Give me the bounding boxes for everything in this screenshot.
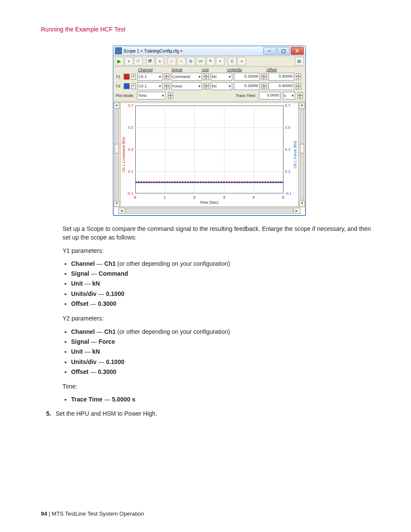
x-tick: 1 — [164, 195, 166, 199]
y1-unit-select[interactable]: kN▾ — [211, 73, 232, 81]
hdr-channel: Channel — [131, 68, 161, 72]
time-params-list: Trace Time — 5.0000 s — [71, 395, 377, 404]
y-axis-left-label: Ch 1 Command (kN) — [121, 137, 126, 173]
y1-channel-select[interactable]: Ch 1▾ — [137, 73, 162, 81]
right-slider-down-icon[interactable]: ▾ — [299, 201, 305, 207]
yr-tick: 0.3 — [285, 147, 296, 152]
trace-time-unit-select[interactable]: s▾ — [283, 92, 295, 100]
scope-window: Scope 1 < TrainingConfig.cfg > – ▢ ✕ ▶ ▾… — [113, 46, 306, 216]
x-scroll-left-icon[interactable]: ◂ — [118, 208, 125, 214]
settings-icon[interactable]: ▤ — [295, 57, 304, 65]
print-icon[interactable]: ⎙ — [228, 57, 237, 65]
y2-offset-input[interactable]: 0.30000 — [268, 82, 294, 90]
time-header: Time: — [62, 382, 377, 391]
hdr-unit: Unit — [193, 68, 218, 72]
list-item: Signal — Force — [71, 337, 377, 346]
list-item: Units/div — 0.1000 — [71, 358, 377, 366]
y2-signal-spin[interactable]: ▴▾ — [204, 83, 209, 90]
left-slider-up-icon[interactable]: ▴ — [114, 103, 120, 109]
plot-mode-select[interactable]: Time▾ — [137, 92, 165, 100]
config-row-y1: Y1 ▾ Ch 1▾ ▴▾ Command▾ ▴▾ kN▾ 0.10000 ▴▾… — [113, 72, 305, 81]
config-row-y2: Y2 ▾ Ch 1▾ ▴▾ Force▾ ▴▾ kN▾ 0.10000 ▴▾ 0… — [113, 81, 305, 91]
counter-icon[interactable]: 00 — [196, 57, 206, 65]
step-5: 5. Set the HPU and HSM to Power High. — [46, 410, 377, 417]
trace-y2-force — [135, 182, 283, 183]
titlebar: Scope 1 < TrainingConfig.cfg > – ▢ ✕ — [113, 46, 305, 56]
yl-tick: 0.1 — [125, 169, 134, 174]
y2-channel-spin[interactable]: ▴▾ — [164, 83, 169, 90]
y1-params-header: Y1 parameters: — [62, 246, 377, 255]
page-number: 94 — [41, 510, 47, 517]
y2-offset-spin[interactable]: ▴▾ — [296, 83, 301, 90]
y2-color-dropdown[interactable]: ▾ — [131, 83, 136, 89]
trace-y1-command — [135, 181, 283, 182]
tool-icon[interactable]: ✎ — [206, 57, 215, 65]
print-dropdown[interactable]: ▾ — [237, 57, 246, 65]
close-button[interactable]: ✕ — [291, 47, 304, 55]
y1-label: Y1 — [116, 75, 122, 79]
y1-color-dropdown[interactable]: ▾ — [131, 74, 136, 80]
trace-time-spin[interactable]: ▴▾ — [298, 92, 303, 99]
y1-color-swatch[interactable] — [124, 74, 130, 80]
x-scroll-right-icon[interactable]: ▸ — [293, 208, 300, 214]
trace-time-label: Trace Time: — [236, 93, 256, 98]
section-header: Running the Example HCF Test — [41, 26, 377, 33]
y2-label: Y2 — [116, 84, 122, 88]
doc-title: MTS TestLine Test System Operation — [52, 510, 144, 517]
zoom-dropdown[interactable]: ▾ — [156, 57, 164, 65]
autoscale-x-icon[interactable]: ⤡ — [177, 57, 186, 65]
right-slider-up-icon[interactable]: ▴ — [299, 103, 305, 109]
y2-unitsdiv-spin[interactable]: ▴▾ — [262, 83, 267, 90]
page-footer: 94 | MTS TestLine Test System Operation — [41, 510, 144, 517]
list-item: Offset — 0.3000 — [71, 299, 377, 308]
left-slider-down-icon[interactable]: ▾ — [114, 201, 120, 207]
list-item: Trace Time — 5.0000 s — [71, 395, 377, 404]
y1-offset-input[interactable]: 0.30000 — [268, 73, 294, 81]
plot-mode-spin[interactable]: ▴▾ — [168, 92, 173, 99]
y2-unit-select[interactable]: kN▾ — [211, 82, 232, 90]
autoscale-y-icon[interactable]: ⤢ — [168, 57, 176, 65]
grid-icon[interactable]: ⊞ — [187, 57, 195, 65]
y1-channel-spin[interactable]: ▴▾ — [164, 73, 169, 80]
maximize-button[interactable]: ▢ — [277, 47, 290, 55]
y2-unitsdiv-input[interactable]: 0.10000 — [234, 82, 260, 90]
list-item: Offset — 0.3000 — [71, 367, 377, 376]
config-column-headers: Channel Signal Unit Units/div Offset — [113, 67, 305, 72]
left-y-slider[interactable]: ▴ ▾ — [114, 103, 119, 207]
yl-tick: 0.7 — [125, 103, 134, 108]
stop-button[interactable]: □ — [134, 57, 143, 65]
y2-channel-select[interactable]: Ch 1▾ — [137, 82, 162, 90]
y1-unitsdiv-spin[interactable]: ▴▾ — [262, 73, 267, 80]
y2-params-header: Y2 parameters: — [62, 314, 377, 323]
y2-signal-select[interactable]: Force▾ — [171, 82, 202, 90]
trace-time-input[interactable]: 5.0000 — [259, 92, 280, 100]
hdr-units-div: Units/div — [219, 68, 250, 72]
scope-app-icon — [115, 47, 122, 54]
x-tick: 4 — [252, 195, 255, 199]
minimize-button[interactable]: – — [263, 47, 276, 55]
list-item: Unit — kN — [71, 347, 377, 356]
step-5-number: 5. — [46, 410, 56, 417]
y1-offset-spin[interactable]: ▴▾ — [296, 73, 301, 80]
y1-signal-select[interactable]: Command▾ — [171, 73, 202, 81]
y1-unitsdiv-input[interactable]: 0.10000 — [234, 73, 260, 81]
x-tick: 0 — [134, 195, 136, 199]
play-button[interactable]: ▶ — [115, 57, 124, 65]
y2-color-swatch[interactable] — [124, 83, 130, 89]
yr-tick: -0.1 — [285, 191, 296, 196]
y2-params-list: Channel — Ch1 (or other depending on you… — [71, 327, 377, 376]
intro-paragraph: Set up a Scope to compare the command si… — [62, 224, 377, 242]
y-axis-right-label: Ch 1 Force (kN) — [293, 141, 297, 168]
list-item: Signal — Command — [71, 269, 377, 278]
scope-figure: Scope 1 < TrainingConfig.cfg > – ▢ ✕ ▶ ▾… — [113, 46, 305, 216]
tool-dropdown[interactable]: ▾ — [216, 57, 224, 65]
right-y-slider[interactable]: ▴ ▾ — [299, 103, 305, 207]
list-item: Units/div — 0.1000 — [71, 289, 377, 298]
x-scrollbar[interactable]: ◂ ▸ — [118, 208, 300, 214]
list-item: Unit — kN — [71, 279, 377, 288]
zoom-selection-icon[interactable]: 🗗 — [146, 57, 155, 65]
yl-tick: 0.5 — [125, 125, 134, 130]
play-dropdown[interactable]: ▾ — [125, 57, 133, 65]
plot-mode-label: Plot Mode: — [116, 93, 134, 98]
y1-signal-spin[interactable]: ▴▾ — [204, 73, 209, 80]
